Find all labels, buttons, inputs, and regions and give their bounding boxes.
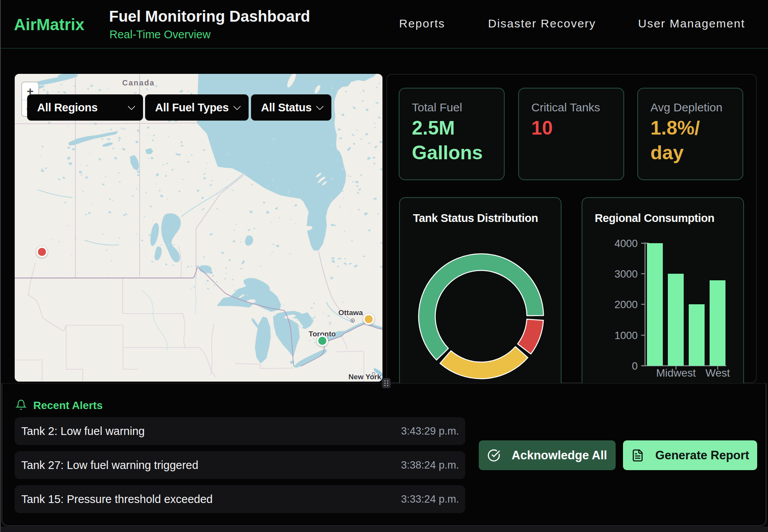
svg-text:2000: 2000 — [614, 299, 638, 310]
svg-text:3000: 3000 — [614, 268, 638, 280]
svg-text:West: West — [705, 367, 730, 379]
svg-text:1000: 1000 — [614, 330, 638, 341]
svg-text:Midwest: Midwest — [656, 367, 696, 379]
svg-text:0: 0 — [632, 360, 638, 372]
svg-text:4000: 4000 — [614, 238, 638, 249]
